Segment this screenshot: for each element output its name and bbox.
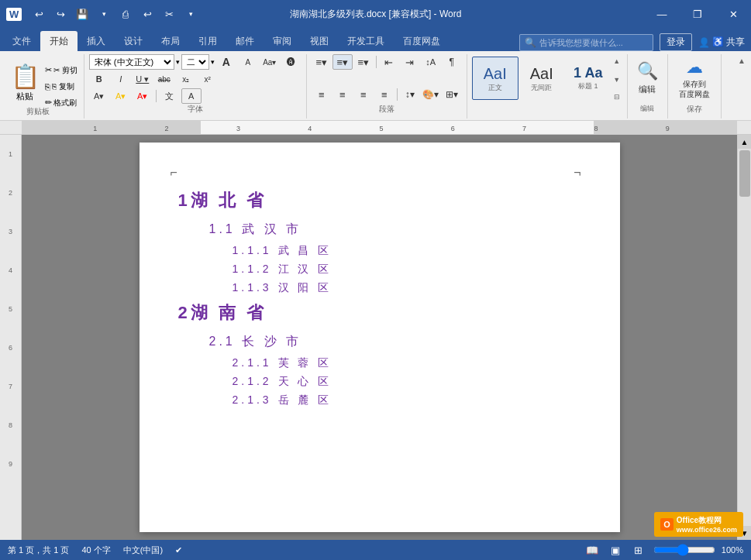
case-button[interactable]: Aa▾ [260, 54, 280, 70]
minimize-button[interactable]: — [644, 0, 680, 28]
tab-references[interactable]: 引用 [189, 31, 226, 51]
editing-label: 编辑 [639, 84, 656, 95]
quick-dropdown-button[interactable]: ▾ [95, 5, 113, 23]
title-bar-left: W ↩ ↪ 💾 ▾ ⎙ ↩ ✂ ▾ [6, 5, 200, 23]
font-color-button[interactable]: A▾ [133, 88, 153, 104]
style-more-button[interactable]: ⊟ [614, 93, 620, 101]
ruler-right [737, 121, 751, 134]
track-changes-icon: ✔ [175, 545, 182, 555]
line-spacing-button[interactable]: ↕▾ [400, 87, 420, 102]
paste-button[interactable]: 📋 粘贴 [8, 59, 42, 107]
corner-topleft: ⌐ [171, 166, 177, 180]
font-row3: A▾ A▾ A▾ 文 A [89, 88, 301, 104]
tab-baidu[interactable]: 百度网盘 [394, 31, 450, 51]
ribbon-collapse-button[interactable]: ▲ [735, 54, 748, 67]
search-input[interactable] [539, 38, 648, 47]
font-size-dropdown-icon[interactable]: ▾ [211, 58, 215, 66]
phonetic-button[interactable]: 文 [160, 88, 180, 104]
font-name-dropdown-icon[interactable]: ▾ [176, 58, 180, 66]
zoom-slider[interactable] [653, 545, 715, 555]
text-effects-button[interactable]: A▾ [89, 88, 109, 104]
decrease-indent-button[interactable]: ⇤ [379, 54, 399, 70]
italic-button[interactable]: I [111, 71, 131, 87]
grow-font-button[interactable]: A [216, 54, 236, 70]
style-nospace[interactable]: AaI 无间距 [518, 57, 565, 100]
show-marks-button[interactable]: ¶ [442, 54, 462, 70]
bullets-button[interactable]: ≡▾ [312, 54, 332, 70]
superscript-button[interactable]: x² [198, 71, 218, 87]
increase-indent-button[interactable]: ⇥ [400, 54, 420, 70]
search-icon: 🔍 [525, 37, 536, 48]
cut-button[interactable]: ✂ [160, 5, 178, 23]
status-bar-right: 📖 ▣ ⊞ 100% [584, 541, 743, 558]
bold-button[interactable]: B [89, 71, 109, 87]
redo-button[interactable]: ↪ [51, 5, 70, 23]
tab-view[interactable]: 视图 [301, 31, 338, 51]
copy-button[interactable]: ⎘ ⎘ 复制 [43, 79, 79, 94]
heading-wuchang: 1.1.1 武 昌 区 [233, 244, 581, 258]
document-scroll-area[interactable]: ⌐ ¬ 1湖 北 省 1.1 武 汉 市 1.1.1 武 昌 区 1.1.2 江… [22, 135, 737, 540]
style-normal[interactable]: AaI 正文 [472, 57, 518, 100]
baidu-save-button[interactable]: ☁ 保存到百度网盘 [673, 54, 716, 102]
highlight-color-button[interactable]: A▾ [111, 88, 131, 104]
clear-format-button[interactable]: 🅐 [281, 54, 301, 70]
undo-button[interactable]: ↩ [29, 5, 48, 23]
tab-review[interactable]: 审阅 [264, 31, 301, 51]
share-button[interactable]: 👤 ♿ 共享 [698, 36, 745, 49]
tab-home[interactable]: 开始 [40, 31, 78, 51]
horizontal-ruler: 1 2 3 4 5 6 7 8 9 [22, 121, 737, 134]
style-scroll-up[interactable]: ▲ [611, 56, 622, 67]
align-right-button[interactable]: ≡ [353, 87, 374, 102]
customize-button[interactable]: ▾ [181, 5, 200, 23]
font-size-select[interactable]: 二号 [181, 54, 209, 70]
sort-button[interactable]: ↕A [421, 54, 441, 70]
editing-button[interactable]: 🔍 编辑 [632, 54, 663, 102]
numbering-button[interactable]: ≡▾ [332, 54, 353, 70]
main-area: 1 2 3 4 5 6 7 8 9 ⌐ ¬ 1湖 北 省 1.1 武 汉 市 1… [0, 135, 751, 540]
tab-layout[interactable]: 布局 [152, 31, 189, 51]
page-corners: ⌐ ¬ [202, 166, 581, 181]
print-view-button[interactable]: ▣ [607, 541, 624, 558]
style-heading1[interactable]: 1 Aa 标题 1 [565, 57, 611, 100]
shrink-font-button[interactable]: A [238, 54, 258, 70]
restore-button[interactable]: ❐ [680, 0, 715, 28]
ribbon-tabs: 文件 开始 插入 设计 布局 引用 邮件 审阅 视图 开发工具 百度网盘 🔍 登… [0, 28, 751, 51]
cut-button[interactable]: ✂ ✂ 剪切 [43, 63, 79, 78]
tab-mail[interactable]: 邮件 [226, 31, 264, 51]
ribbon-group-paragraph: ≡▾ ≡▾ ≡▾ ⇤ ⇥ ↕A ¶ ≡ ≡ ≡ ≡ ↕▾ 🎨▾ ⊞▾ 段落 [307, 54, 467, 119]
strikethrough-button[interactable]: abc [154, 71, 174, 87]
title-bar-controls: — ❐ ✕ [644, 0, 751, 28]
clipboard-side-buttons: ✂ ✂ 剪切 ⎘ ⎘ 复制 ✏ 格式刷 [43, 63, 79, 111]
char-border-button[interactable]: A [181, 88, 202, 104]
search-box[interactable]: 🔍 [519, 34, 653, 51]
undo2-button[interactable]: ↩ [138, 5, 157, 23]
style-scroll-down[interactable]: ▼ [611, 74, 622, 85]
underline-button[interactable]: U ▾ [133, 71, 153, 87]
heading-wuhan: 1.1 武 汉 市 [209, 222, 581, 238]
borders-button[interactable]: ⊞▾ [442, 87, 462, 102]
heading-jianghan: 1.1.2 江 汉 区 [233, 263, 581, 277]
align-center-button[interactable]: ≡ [332, 87, 353, 102]
read-view-button[interactable]: 📖 [584, 541, 601, 558]
close-button[interactable]: ✕ [715, 0, 751, 28]
save-button[interactable]: 💾 [73, 5, 91, 23]
tab-design[interactable]: 设计 [115, 31, 152, 51]
scroll-up-button[interactable]: ▲ [738, 135, 752, 149]
tab-insert[interactable]: 插入 [78, 31, 115, 51]
web-view-button[interactable]: ⊞ [630, 541, 647, 558]
document-page: ⌐ ¬ 1湖 北 省 1.1 武 汉 市 1.1.1 武 昌 区 1.1.2 江… [140, 143, 620, 532]
print-button[interactable]: ⎙ [116, 5, 135, 23]
title-bar: W ↩ ↪ 💾 ▾ ⎙ ↩ ✂ ▾ 湖南湖北多级列表.docx [兼容模式] -… [0, 0, 751, 28]
signin-button[interactable]: 登录 [660, 33, 692, 51]
tab-file[interactable]: 文件 [3, 31, 40, 51]
multilevel-button[interactable]: ≡▾ [353, 54, 374, 70]
tab-developer[interactable]: 开发工具 [338, 31, 394, 51]
para-divider2 [397, 88, 398, 101]
scroll-thumb[interactable] [739, 150, 750, 197]
subscript-button[interactable]: x₂ [176, 71, 196, 87]
shading-button[interactable]: 🎨▾ [421, 87, 441, 102]
style-heading1-label: 标题 1 [578, 81, 598, 91]
align-left-button[interactable]: ≡ [312, 87, 332, 102]
font-name-select[interactable]: 宋体 (中文正文) [89, 54, 174, 70]
justify-button[interactable]: ≡ [374, 87, 394, 102]
